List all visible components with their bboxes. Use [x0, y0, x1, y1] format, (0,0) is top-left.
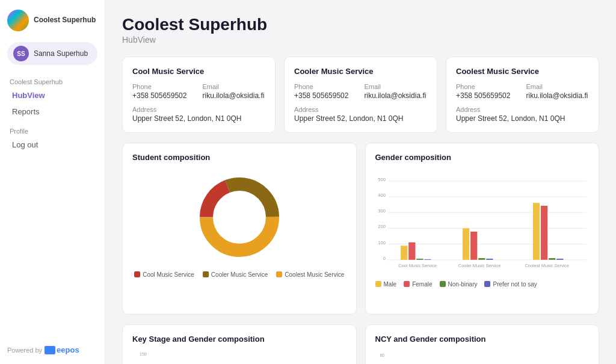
gender-dot-female	[404, 281, 410, 287]
sidebar-item-hubview[interactable]: HubView	[7, 88, 97, 103]
svg-rect-16	[401, 245, 407, 259]
nav-section-label-2: Profile	[7, 128, 97, 135]
phone-value-0: +358 505659502	[132, 91, 196, 100]
gender-label-male: Male	[384, 281, 397, 288]
phone-value-1: +358 505659502	[294, 91, 357, 100]
main-content: Coolest Superhub HubView Cool Music Serv…	[105, 0, 616, 364]
sidebar: Coolest Superhub SS Sanna Superhub Coole…	[0, 0, 105, 364]
svg-text:100: 100	[378, 239, 385, 245]
svg-rect-18	[416, 259, 423, 260]
service-card-0: Cool Music Service Phone +358 505659502 …	[122, 57, 276, 133]
svg-text:500: 500	[378, 176, 385, 182]
ncy-card: NCY and Gender composition 0 10 20 30 40…	[365, 324, 600, 364]
ncy-title: NCY and Gender composition	[375, 335, 590, 344]
sidebar-item-reports[interactable]: Reports	[7, 104, 97, 119]
ncy-bar-chart: 0 10 20 30 40 50 60	[375, 351, 590, 364]
gender-dot-prefer	[484, 281, 490, 287]
key-stage-title: Key Stage and Gender composition	[132, 335, 346, 344]
gender-composition-card: Gender composition 0 100 200 300 400 500	[365, 143, 600, 315]
gender-bar-svg: 0 100 200 300 400 500	[375, 169, 590, 277]
gender-label-nonbinary: Non-binary	[448, 281, 478, 288]
svg-rect-25	[541, 206, 547, 260]
email-label-0: Email	[203, 83, 266, 90]
key-stage-svg: 0 30 60 90 120 150	[132, 351, 346, 364]
svg-text:200: 200	[378, 224, 385, 229]
svg-text:Cool Music Service: Cool Music Service	[398, 263, 437, 268]
donut-svg: 322 841 519	[191, 169, 288, 265]
user-badge: SS Sanna Superhub	[7, 42, 97, 65]
service-card-title-0: Cool Music Service	[132, 67, 265, 76]
svg-rect-24	[532, 203, 539, 259]
donut-label-coolest: 519	[250, 230, 259, 236]
svg-text:400: 400	[378, 193, 385, 198]
address-label-0: Address	[132, 106, 265, 113]
service-card-title-1: Cooler Music Service	[294, 67, 427, 76]
eepos-logo: eepos	[45, 345, 79, 354]
phone-label-0: Phone	[132, 83, 196, 90]
svg-text:Cooler Music Service: Cooler Music Service	[458, 263, 500, 268]
app-logo-icon	[7, 10, 29, 31]
legend-dot-coolest	[276, 271, 282, 277]
legend-item-cool: Cool Music Service	[134, 271, 194, 278]
sidebar-item-logout[interactable]: Log out	[7, 137, 97, 152]
sidebar-logo: Coolest Superhub	[7, 10, 97, 31]
ncy-svg: 0 10 20 30 40 50 60	[375, 351, 590, 364]
gender-legend-male: Male	[375, 281, 397, 288]
donut-legend: Cool Music Service Cooler Music Service …	[134, 271, 344, 278]
address-value-2: Upper Street 52, London, N1 0QH	[456, 114, 589, 123]
gender-legend-female: Female	[404, 281, 432, 288]
svg-rect-27	[556, 259, 563, 260]
svg-rect-20	[463, 228, 469, 259]
svg-text:150: 150	[140, 352, 147, 356]
service-card-title-2: Coolest Music Service	[456, 67, 589, 76]
avatar: SS	[13, 46, 29, 61]
legend-item-coolest: Coolest Music Service	[276, 271, 344, 278]
svg-rect-26	[549, 258, 555, 260]
sidebar-logo-text: Coolest Superhub	[34, 16, 96, 25]
legend-item-cooler: Cooler Music Service	[203, 271, 268, 278]
email-label-1: Email	[365, 83, 428, 90]
svg-text:0: 0	[383, 255, 385, 261]
gender-bar-chart: 0 100 200 300 400 500	[375, 169, 590, 304]
gender-legend-prefer: Prefer not to say	[484, 281, 537, 288]
service-card-1: Cooler Music Service Phone +358 50565950…	[284, 57, 437, 133]
gender-legend: Male Female Non-binary Prefer not to say	[375, 281, 590, 288]
address-label-2: Address	[456, 106, 589, 113]
svg-rect-23	[486, 259, 493, 260]
gender-label-prefer: Prefer not to say	[493, 281, 537, 288]
powered-by-label: Powered by	[7, 347, 42, 354]
gender-legend-nonbinary: Non-binary	[440, 281, 478, 288]
legend-dot-cool	[134, 271, 140, 277]
legend-label-coolest: Coolest Music Service	[285, 271, 344, 278]
gender-dot-nonbinary	[440, 281, 446, 287]
email-value-2: riku.ilola@oksidia.fi	[526, 91, 590, 100]
svg-rect-21	[470, 232, 477, 260]
user-name-label: Sanna Superhub	[34, 49, 88, 58]
svg-text:60: 60	[380, 353, 384, 357]
email-value-1: riku.ilola@oksidia.fi	[365, 91, 428, 100]
key-stage-card: Key Stage and Gender composition 0 30 60…	[122, 324, 357, 364]
service-cards-row: Cool Music Service Phone +358 505659502 …	[122, 57, 599, 133]
charts-row-2: Key Stage and Gender composition 0 30 60…	[122, 324, 599, 364]
donut-chart-container: 322 841 519 Cool Music Service Cooler Mu…	[132, 169, 346, 278]
legend-label-cool: Cool Music Service	[143, 271, 194, 278]
nav-section-label-1: Coolest Superhub	[7, 78, 97, 85]
address-label-1: Address	[294, 106, 427, 113]
svg-text:300: 300	[378, 208, 385, 214]
legend-label-cooler: Cooler Music Service	[211, 271, 268, 278]
address-value-0: Upper Street 52, London, N1 0QH	[132, 114, 265, 123]
page-subtitle: HubView	[122, 35, 599, 45]
service-card-2: Coolest Music Service Phone +358 5056595…	[446, 57, 599, 133]
student-composition-card: Student composition 322	[122, 143, 357, 315]
svg-rect-17	[408, 242, 415, 259]
page-title: Coolest Superhub	[122, 14, 599, 35]
eepos-text: eepos	[57, 345, 79, 354]
gender-dot-male	[375, 281, 381, 287]
svg-text:Coolest Music Service: Coolest Music Service	[525, 263, 569, 268]
phone-label-1: Phone	[294, 83, 357, 90]
charts-row-1: Student composition 322	[122, 143, 599, 315]
phone-value-2: +358 505659502	[456, 91, 519, 100]
powered-by: Powered by eepos	[7, 345, 97, 354]
eepos-icon	[45, 346, 55, 354]
email-value-0: riku.ilola@oksidia.fi	[203, 91, 266, 100]
